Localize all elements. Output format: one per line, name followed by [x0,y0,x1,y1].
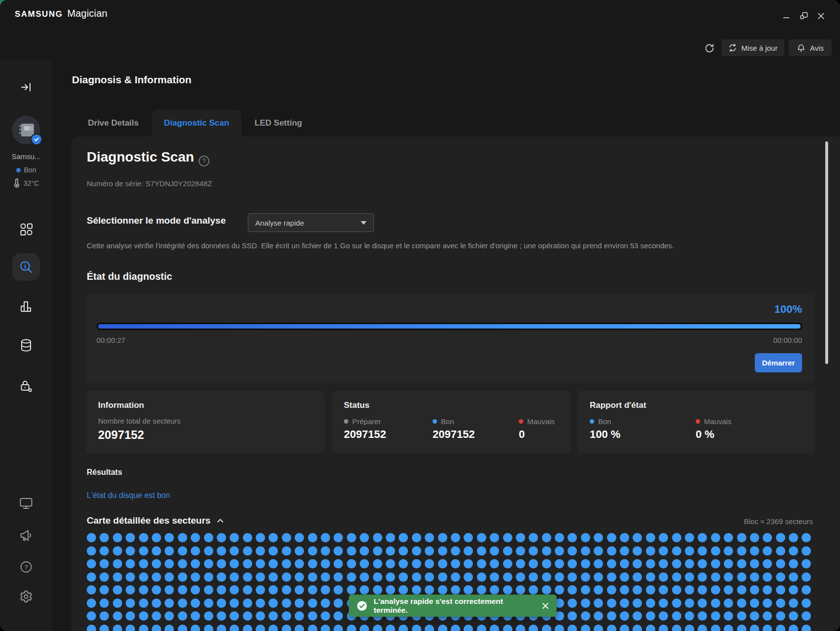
sector-dot [321,625,330,631]
sector-dot [685,611,694,621]
sector-dot [711,559,720,568]
sidebar-item-help[interactable]: ? [0,561,52,573]
sector-dot [230,625,239,631]
sidebar-item-pc-health[interactable] [0,497,52,510]
sector-dot [230,598,239,608]
sector-dot [243,533,252,542]
sync-icon [728,43,737,52]
close-icon [542,602,549,609]
sector-dot [152,533,161,542]
sector-dot [646,546,655,556]
sidebar-expand-button[interactable] [0,81,52,93]
scrollbar-thumb[interactable] [825,141,828,364]
sector-dot [204,598,213,608]
sector-dot [529,572,538,582]
sector-dot [373,533,382,542]
sidebar-item-settings[interactable] [0,590,52,603]
sector-dot [737,559,746,568]
tab-drive-details[interactable]: Drive Details [75,110,152,136]
sector-dot [178,585,187,595]
sector-dot [659,625,668,631]
sidebar-item-security[interactable] [0,379,52,393]
status-good: Bon 2097152 [433,417,519,441]
scan-help-button[interactable]: ? [198,155,210,167]
sector-dot [308,546,317,556]
restore-button[interactable] [798,10,810,22]
sector-dot [373,572,382,582]
results-heading: Résultats [87,468,122,477]
sector-dot [126,585,135,595]
blue-dot-icon [433,419,437,424]
sector-dot [165,585,174,595]
sector-dot [308,611,317,621]
sector-dot [126,611,135,621]
close-button[interactable] [815,10,827,22]
sector-dot [633,611,642,621]
help-circle-icon: ? [198,155,210,167]
sector-dot [698,533,707,542]
sector-dot [763,625,772,631]
tab-led-setting[interactable]: LED Setting [241,110,315,136]
sector-dot [269,572,278,582]
sector-dot [139,585,148,595]
sector-dot [724,559,733,568]
sector-dot [607,546,616,556]
sector-dot [243,598,252,608]
sector-dot [438,546,447,556]
sector-dot [698,598,707,608]
sector-dot [698,572,707,582]
update-button[interactable]: Mise à jour [721,39,784,56]
sector-dot [646,625,655,631]
sector-dot [672,546,681,556]
start-button[interactable]: Démarrer [755,353,802,372]
health-check-badge [31,133,42,145]
drive-avatar[interactable] [0,116,52,144]
sector-dot [373,585,382,595]
sector-dot [542,572,551,582]
sector-dot [191,585,200,595]
sector-dot [425,546,434,556]
sidebar-item-diagnosis-active[interactable] [12,253,40,281]
tab-diagnostic-scan[interactable]: Diagnostic Scan [152,110,241,136]
sector-dot [620,559,629,568]
sector-dot [516,533,525,542]
sidebar-item-dashboard[interactable] [0,223,52,236]
sector-dot [334,546,343,556]
sector-dot [542,533,551,542]
sector-dot [724,625,733,631]
sector-dot [204,572,213,582]
sector-dot [347,533,356,542]
sector-dot [87,598,96,608]
sector-dot [100,625,109,631]
sector-dot [100,533,109,542]
sector-dot [516,559,525,568]
sector-dot [789,533,798,542]
total-sectors-label: Nombre total de secteurs [98,417,313,425]
sector-dot [698,546,707,556]
sector-dot [165,598,174,608]
minimize-button[interactable] [780,10,792,22]
toast-close-button[interactable] [542,602,549,609]
sector-dot [724,533,733,542]
refresh-button[interactable] [703,41,716,55]
status-card-title: Status [344,400,559,410]
sector-dot [789,598,798,608]
sector-dot [737,572,746,582]
sector-dot [425,559,434,568]
sector-dot [412,533,421,542]
sector-dot [191,559,200,568]
sector-dot [269,533,278,542]
sector-dot [620,533,629,542]
sector-dot [256,546,265,556]
sector-dot [763,533,772,542]
sector-dot [308,572,317,582]
sector-dot [152,611,161,621]
scan-mode-select[interactable]: Analyse rapide [248,213,374,232]
notice-button[interactable]: Avis [789,39,832,56]
sector-dot [295,559,304,568]
status-prepare: Préparer 2097152 [344,417,433,441]
sector-dot [464,572,473,582]
sidebar-item-announcements[interactable] [0,529,52,542]
sector-dot [438,625,447,631]
sector-dot [321,585,330,595]
